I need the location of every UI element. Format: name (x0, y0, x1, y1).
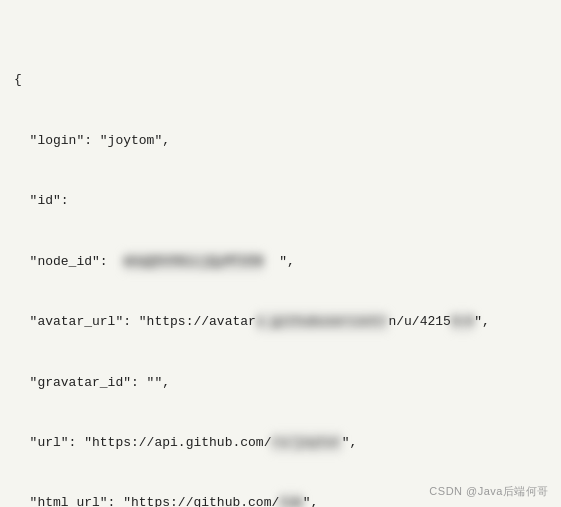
line-login: "login": "joytom", (14, 131, 547, 151)
avatar-url-blur2: h=4 (451, 312, 474, 332)
json-code-block: { "login": "joytom", "id": "node_id": mU… (14, 10, 547, 507)
node-id-blur: mUqQ6VXNlcjQyMTU5N (123, 252, 263, 272)
line-node_id: "node_id": mUqQ6VXNlcjQyMTU5N ", (14, 252, 547, 272)
line-url: "url": "https://api.github.com/rs/joytor… (14, 433, 547, 453)
line-gravatar_id: "gravatar_id": "", (14, 373, 547, 393)
watermark: CSDN @Java后端何哥 (429, 484, 549, 499)
html-url-blur: tom (279, 493, 302, 507)
line-id: "id": (14, 191, 547, 211)
line-avatar_url: "avatar_url": "https://avatars.githubuse… (14, 312, 547, 332)
avatar-url-blur: s.githubusercontr (256, 312, 389, 332)
line-open-brace: { (14, 70, 547, 90)
url-blur: rs/joytor (271, 433, 341, 453)
main-container: { "login": "joytom", "id": "node_id": mU… (0, 0, 561, 507)
